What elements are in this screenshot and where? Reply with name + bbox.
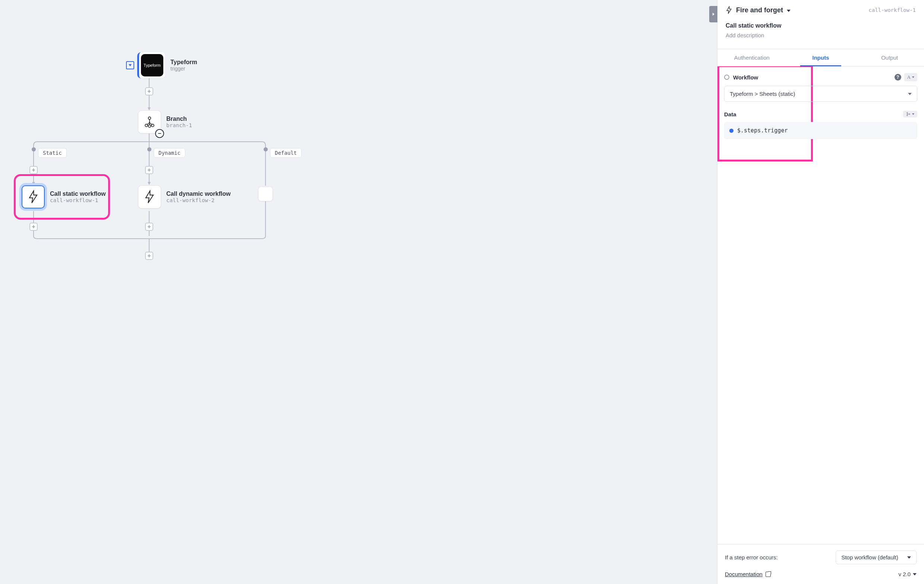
node-call-static[interactable]: Call static workflow call-workflow-1 <box>21 185 106 208</box>
tab-output[interactable]: Output <box>855 49 924 66</box>
branch-label-dynamic[interactable]: Dynamic <box>153 148 185 158</box>
version-selector[interactable]: v 2.0 <box>898 571 917 577</box>
branch-label-default[interactable]: Default <box>270 148 302 158</box>
panel-tabs: Authentication Inputs Output <box>718 49 924 66</box>
field-type-toggle[interactable]: A <box>904 73 917 81</box>
node-trigger[interactable]: Typeform Typeform trigger <box>137 52 197 78</box>
external-link-icon <box>766 572 771 577</box>
node-call-dynamic-title: Call dynamic workflow <box>166 191 231 197</box>
workflow-canvas[interactable]: Typeform Typeform trigger + <box>0 0 717 584</box>
bolt-icon <box>21 185 45 208</box>
chevron-down-icon <box>913 573 917 576</box>
svg-point-22 <box>907 115 908 115</box>
field-data-label: Data <box>724 111 736 117</box>
svg-point-17 <box>152 124 154 127</box>
connectors-svg <box>0 0 717 584</box>
svg-point-23 <box>909 114 910 114</box>
documentation-link[interactable]: Documentation <box>725 571 771 577</box>
node-call-static-sub: call-workflow-1 <box>50 197 106 203</box>
jsonpath-indicator-icon <box>729 129 733 133</box>
bolt-icon <box>138 185 161 208</box>
data-input-value: $.steps.trigger <box>737 127 787 134</box>
field-type-toggle[interactable] <box>903 111 917 117</box>
field-workflow-label: Workflow <box>733 74 758 81</box>
add-step-button[interactable]: + <box>30 223 38 231</box>
node-call-dynamic[interactable]: Call dynamic workflow call-workflow-2 <box>138 185 231 208</box>
typeform-logo-icon: Typeform <box>141 54 163 76</box>
error-handling-value: Stop workflow (default) <box>841 554 898 561</box>
panel-subtitle[interactable]: Call static workflow <box>726 22 916 29</box>
scroll-target-icon[interactable] <box>126 61 134 69</box>
node-branch-sub: branch-1 <box>166 122 192 128</box>
chevron-down-icon <box>907 556 911 559</box>
panel-description-placeholder[interactable]: Add description <box>726 32 916 38</box>
add-step-button[interactable]: + <box>30 166 38 174</box>
add-step-button[interactable]: + <box>145 87 153 96</box>
tab-inputs[interactable]: Inputs <box>786 49 855 66</box>
help-icon[interactable]: ? <box>894 74 901 81</box>
node-branch-title: Branch <box>166 115 192 122</box>
node-call-static-title: Call static workflow <box>50 191 106 197</box>
chevron-right-icon <box>713 13 714 16</box>
svg-marker-20 <box>727 7 731 13</box>
svg-marker-9 <box>148 107 151 111</box>
add-step-button[interactable]: + <box>145 252 153 260</box>
workflow-select-value: Typeform > Sheets (static) <box>730 91 795 97</box>
branch-label-static[interactable]: Static <box>38 148 67 158</box>
data-input[interactable]: $.steps.trigger <box>724 122 917 139</box>
add-step-button[interactable]: + <box>145 166 153 174</box>
required-indicator-icon <box>724 74 729 80</box>
panel-title-dropdown[interactable] <box>787 7 790 13</box>
chevron-down-icon <box>908 93 912 95</box>
svg-marker-18 <box>30 191 37 203</box>
branch-dot <box>264 147 268 152</box>
error-handling-label: If a step error occurs: <box>725 554 778 561</box>
branch-dot <box>32 147 36 152</box>
branch-dot <box>147 147 152 152</box>
svg-point-16 <box>148 125 151 127</box>
add-step-button[interactable]: + <box>145 223 153 231</box>
svg-marker-11 <box>148 182 151 185</box>
svg-point-12 <box>148 117 151 119</box>
svg-point-15 <box>145 124 148 127</box>
node-trigger-title: Typeform <box>170 59 197 66</box>
node-empty-default[interactable] <box>258 186 273 201</box>
node-trigger-sub: trigger <box>170 66 197 72</box>
svg-marker-19 <box>146 191 153 203</box>
bolt-icon <box>726 6 733 14</box>
tab-authentication[interactable]: Authentication <box>718 49 786 66</box>
error-handling-select[interactable]: Stop workflow (default) <box>836 551 917 564</box>
panel-title[interactable]: Fire and forget <box>736 7 783 14</box>
field-data: Data $.steps.trigger <box>724 111 917 139</box>
collapse-branch-button[interactable]: − <box>155 129 164 138</box>
svg-marker-10 <box>32 182 35 185</box>
node-call-dynamic-sub: call-workflow-2 <box>166 197 231 203</box>
jsonpath-icon <box>906 112 911 116</box>
workflow-select[interactable]: Typeform > Sheets (static) <box>724 86 917 102</box>
svg-point-21 <box>907 112 908 113</box>
panel-step-id: call-workflow-1 <box>869 7 916 13</box>
node-branch[interactable]: Branch branch-1 <box>138 111 192 134</box>
details-panel: Fire and forget call-workflow-1 Call sta… <box>717 0 924 584</box>
field-workflow: Workflow ? A Typeform > Sheets (static) <box>724 73 917 102</box>
panel-collapse-button[interactable] <box>709 6 718 22</box>
